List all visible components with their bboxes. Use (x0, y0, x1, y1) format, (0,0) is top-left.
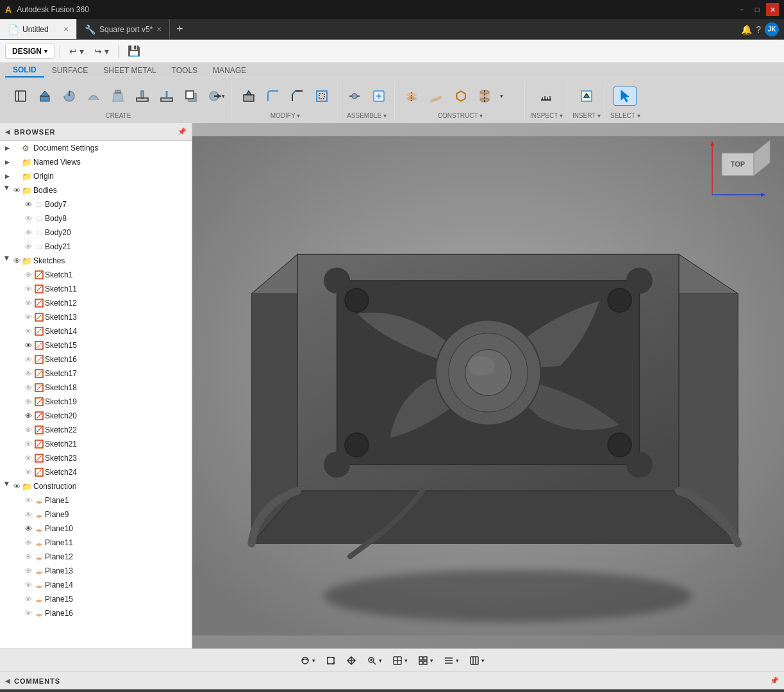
eye-sketch24[interactable]: 👁 (23, 468, 33, 476)
tree-item-doc-settings[interactable]: ▶ ⚙ Document Settings (0, 141, 192, 155)
ribbon-tab-tools[interactable]: TOOLS (164, 63, 205, 78)
tree-item-sketch13[interactable]: 👁 Sketch13 (0, 310, 192, 324)
tree-item-body21[interactable]: 👁 □ Body21 (0, 240, 192, 254)
chamfer-button[interactable] (286, 87, 309, 105)
eye-sketch22[interactable]: 👁 (23, 426, 33, 434)
tab-untitled[interactable]: 📄 Untitled ✕ (0, 19, 77, 39)
tab-square-port-close[interactable]: ✕ (156, 26, 162, 33)
revolve-button[interactable] (58, 87, 81, 105)
eye-plane9[interactable]: 👁 (23, 511, 33, 518)
tree-item-plane1[interactable]: 👁 Plane1 (0, 493, 192, 507)
fit-button[interactable] (322, 654, 340, 668)
eye-sketch17[interactable]: 👁 (23, 370, 33, 377)
undo-button[interactable]: ↩ ▾ (65, 44, 88, 59)
tree-item-sketch11[interactable]: 👁 Sketch11 (0, 282, 192, 296)
tree-item-origin[interactable]: ▶ 📁 Origin (0, 169, 192, 183)
object-visibility-button[interactable]: ▾ (465, 654, 488, 668)
new-tab-button[interactable]: + (170, 22, 189, 36)
eye-sketch13[interactable]: 👁 (23, 313, 33, 321)
eye-body21[interactable]: 👁 (23, 243, 33, 251)
ribbon-tab-manage[interactable]: MANAGE (205, 63, 254, 78)
joint-button[interactable] (343, 87, 366, 105)
comments-pin-icon[interactable]: 📌 (770, 677, 779, 685)
tree-item-plane9[interactable]: 👁 Plane9 (0, 507, 192, 522)
rib-button[interactable] (131, 87, 154, 105)
redo-button[interactable]: ↪ ▾ (90, 44, 113, 59)
extrude-button[interactable] (33, 87, 56, 105)
assemble-new-component-button[interactable] (367, 87, 390, 105)
eye-sketch11[interactable]: 👁 (23, 285, 33, 293)
tree-item-sketches[interactable]: ▶ 👁 📁 Sketches (0, 254, 192, 268)
tree-item-plane10[interactable]: 👁 Plane10 (0, 522, 192, 536)
eye-sketch20[interactable]: 👁 (23, 412, 33, 420)
pan-button[interactable] (342, 654, 360, 668)
minimize-button[interactable]: − (735, 3, 748, 16)
eye-plane10[interactable]: 👁 (23, 525, 33, 532)
eye-plane12[interactable]: 👁 (23, 553, 33, 561)
eye-plane14[interactable]: 👁 (23, 581, 33, 589)
eye-sketch1[interactable]: 👁 (23, 271, 33, 279)
insert-button[interactable] (575, 87, 598, 105)
view-cube[interactable]: TOP (699, 131, 776, 208)
eye-sketch15[interactable]: 👁 (23, 342, 33, 349)
tree-item-plane15[interactable]: 👁 Plane15 (0, 592, 192, 606)
eye-sketches[interactable]: 👁 (12, 257, 22, 265)
tree-item-plane11[interactable]: 👁 Plane11 (0, 536, 192, 550)
eye-construction[interactable]: 👁 (12, 482, 22, 490)
eye-plane1[interactable]: 👁 (23, 497, 33, 504)
web-button[interactable] (155, 87, 178, 105)
eye-plane13[interactable]: 👁 (23, 567, 33, 575)
maximize-button[interactable]: □ (751, 3, 763, 16)
tree-item-sketch22[interactable]: 👁 Sketch22 (0, 423, 192, 437)
tree-item-plane12[interactable]: 👁 Plane12 (0, 550, 192, 564)
tree-item-sketch17[interactable]: 👁 Sketch17 (0, 367, 192, 381)
help-icon[interactable]: ? (756, 24, 761, 35)
browser-collapse-icon[interactable]: ◀ (5, 128, 10, 135)
eye-bodies[interactable]: 👁 (12, 186, 22, 194)
eye-sketch12[interactable]: 👁 (23, 299, 33, 307)
ribbon-tab-solid[interactable]: SOLID (5, 63, 44, 78)
tree-item-construction[interactable]: ▶ 👁 📁 Construction (0, 479, 192, 493)
tree-item-plane14[interactable]: 👁 Plane14 (0, 578, 192, 592)
tree-item-sketch16[interactable]: 👁 Sketch16 (0, 352, 192, 367)
axis-through-cylinder-button[interactable] (473, 87, 496, 105)
tree-item-sketch24[interactable]: 👁 Sketch24 (0, 465, 192, 479)
eye-sketch16[interactable]: 👁 (23, 356, 33, 363)
tree-item-sketch18[interactable]: 👁 Sketch18 (0, 381, 192, 395)
sweep-button[interactable] (82, 87, 105, 105)
window-controls[interactable]: − □ ✕ (735, 3, 779, 16)
tree-item-sketch20[interactable]: 👁 Sketch20 (0, 409, 192, 423)
tree-item-body7[interactable]: 👁 □ Body7 (0, 197, 192, 211)
orbit-button[interactable]: ▾ (296, 654, 319, 668)
tree-item-sketch23[interactable]: 👁 Sketch23 (0, 451, 192, 465)
viewport[interactable]: TOP (192, 123, 784, 648)
tree-item-plane16[interactable]: 👁 Plane16 (0, 606, 192, 620)
eye-sketch19[interactable]: 👁 (23, 398, 33, 406)
construct-more-button[interactable]: ▾ (497, 92, 521, 101)
notification-icon[interactable]: 🔔 (741, 24, 752, 35)
tree-item-body8[interactable]: 👁 □ Body8 (0, 211, 192, 226)
press-pull-button[interactable] (237, 87, 260, 105)
display-settings-button[interactable]: ▾ (440, 654, 463, 668)
tab-square-port[interactable]: 🔧 Square port v5* ✕ (77, 19, 170, 39)
close-button[interactable]: ✕ (766, 3, 779, 16)
ribbon-tab-sheet-metal[interactable]: SHEET METAL (96, 63, 163, 78)
tree-item-body20[interactable]: 👁 □ Body20 (0, 226, 192, 240)
tree-item-sketch14[interactable]: 👁 Sketch14 (0, 324, 192, 338)
tree-item-sketch19[interactable]: 👁 Sketch19 (0, 395, 192, 409)
eye-plane15[interactable]: 👁 (23, 595, 33, 603)
tree-item-sketch1[interactable]: 👁 Sketch1 (0, 268, 192, 282)
zoom-button[interactable]: ▾ (363, 654, 386, 668)
tree-item-sketch15[interactable]: 👁 Sketch15 (0, 338, 192, 352)
midplane-button[interactable]: ⬡ (449, 87, 472, 105)
move-copy-button[interactable] (179, 87, 203, 105)
eye-sketch23[interactable]: 👁 (23, 454, 33, 462)
tree-item-sketch21[interactable]: 👁 Sketch21 (0, 437, 192, 451)
comments-collapse-icon[interactable]: ◀ (5, 677, 10, 684)
create-new-component-button[interactable] (9, 87, 32, 105)
plane-at-angle-button[interactable] (424, 87, 447, 105)
tree-item-sketch12[interactable]: 👁 Sketch12 (0, 296, 192, 310)
view-preset-button[interactable]: ▾ (388, 654, 412, 668)
grid-button[interactable]: ▾ (414, 654, 437, 668)
eye-sketch18[interactable]: 👁 (23, 384, 33, 391)
